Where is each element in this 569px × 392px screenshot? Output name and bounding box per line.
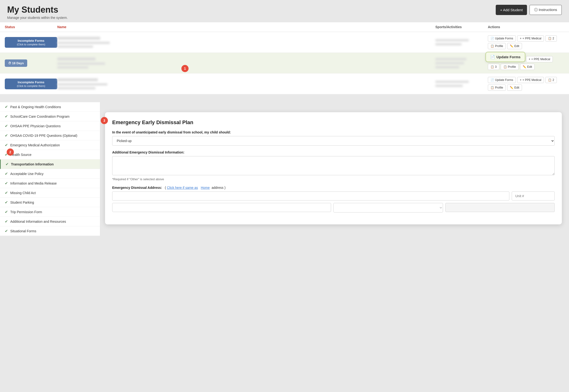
sidebar-item-situational-forms[interactable]: ✔ Situational Forms (0, 226, 100, 236)
plus-icon: + (529, 57, 530, 61)
update-forms-tooltip: 📄 Update Forms (486, 52, 525, 62)
badge-number-3: 3 (101, 117, 108, 124)
forms-count-button[interactable]: 📋 3 (488, 64, 499, 70)
check-icon: ✔ (5, 143, 8, 147)
tooltip-label: Update Forms (497, 55, 521, 59)
dismissal-dropdown[interactable]: Picked-up Stay at school Other (112, 136, 555, 146)
column-actions: Actions (488, 25, 564, 29)
badge-label: Incomplete Forms (18, 39, 44, 42)
action-buttons-row1: 📄 Update Forms + + PPE Medical 📋 2 📋 Pro… (488, 35, 564, 49)
modal: Emergency Early Dismissal Plan In the ev… (105, 112, 562, 224)
sidebar-item-label: Trip Permission Form (10, 210, 42, 214)
profile-button[interactable]: 📋 Profile (488, 43, 506, 49)
edit-button[interactable]: ✏️ Edit (520, 64, 535, 70)
sidebar-item-acceptable-use[interactable]: ✔ Acceptable Use Policy (0, 169, 100, 179)
forms-count-button[interactable]: 📋 2 (545, 77, 557, 83)
address-link-prefix: ( (164, 186, 166, 190)
sidebar-item-label: Information and Media Release (10, 182, 57, 185)
check-icon: ✔ (5, 171, 8, 176)
sidebar-item-additional-info[interactable]: ✔ Additional Information and Resources (0, 217, 100, 226)
column-name: Name (57, 25, 435, 29)
plus-icon: + (520, 78, 522, 82)
sidebar-item-past-health[interactable]: ✔ Past & Ongoing Health Conditions (0, 102, 100, 112)
sports-info (435, 58, 488, 68)
column-sports: Sports/Activities (435, 25, 488, 29)
profile-button[interactable]: 📋 Profile (488, 84, 506, 91)
sidebar-item-label: Student Parking (10, 200, 34, 204)
check-icon: ✔ (5, 191, 8, 195)
sidebar-item-schoolcare[interactable]: ✔ SchoolCare Care Coordination Program (0, 112, 100, 121)
action-buttons-row2: 📄 Update Forms + + PPE Medical 📋 3 📋 Pro… (488, 56, 564, 70)
sidebar-item-health-source[interactable]: ✔ Health Source (0, 150, 100, 159)
sidebar-item-emergency-medical[interactable]: ✔ Emergency Medical Authorization (0, 140, 100, 150)
check-icon: ✔ (5, 133, 8, 138)
ppe-medical-button[interactable]: + + PPE Medical (517, 77, 544, 83)
forms-icon: 📋 (548, 37, 552, 40)
ppe-medical-button[interactable]: + + PPE Medical (517, 35, 544, 42)
address-home-link (199, 186, 200, 190)
forms-count-button[interactable]: 📋 2 (545, 35, 557, 42)
sidebar: ✔ Past & Ongoing Health Conditions ✔ Sch… (0, 102, 100, 236)
badge-number-2: 2 (7, 149, 14, 156)
check-icon: ✔ (5, 181, 8, 185)
address-street-input[interactable] (112, 192, 509, 200)
address-city-input[interactable] (112, 203, 331, 212)
sidebar-item-student-parking[interactable]: ✔ Student Parking (0, 198, 100, 207)
sidebar-item-label: OHSAA COVID-19 PPE Questions (Optional) (10, 134, 77, 138)
sidebar-item-label: Situational Forms (10, 229, 36, 233)
sidebar-item-label: Missing Child Act (10, 191, 36, 195)
address-state-select[interactable] (333, 203, 443, 212)
sidebar-item-label: OHSAA PPE Physician Questions (10, 124, 61, 128)
update-forms-button[interactable]: 📄 Update Forms (488, 35, 516, 42)
instructions-button[interactable]: ⓘ Instructions (529, 5, 562, 15)
profile-button[interactable]: 📋 Profile (501, 64, 519, 70)
check-icon: ✔ (5, 229, 8, 233)
badge-sublabel: (Click to complete them) (17, 84, 45, 87)
address-home-underline[interactable]: Home (201, 186, 209, 190)
badge-label: Incomplete Forms (18, 81, 44, 84)
check-icon: ✔ (5, 124, 8, 128)
check-icon: ✔ (5, 200, 8, 205)
profile-icon: 📋 (503, 65, 507, 69)
address-link-suffix: address ) (211, 186, 225, 190)
check-icon: ✔ (5, 162, 9, 166)
additional-info-hint: *Required if "Other" is selected above (112, 177, 555, 181)
sidebar-item-missing-child[interactable]: ✔ Missing Child Act (0, 188, 100, 198)
student-info (57, 78, 435, 89)
column-status: Status (5, 25, 57, 29)
status-badge-incomplete[interactable]: Incomplete Forms (Click to complete them… (5, 79, 57, 89)
update-forms-button[interactable]: 📄 Update Forms (488, 77, 516, 83)
page-subtitle: Manage your students within the system. (7, 16, 68, 20)
edit-button[interactable]: ✏️ Edit (507, 84, 522, 91)
address-unit-input[interactable] (512, 192, 555, 200)
address-same-link[interactable]: Click here if same as (167, 186, 198, 190)
profile-icon: 📋 (490, 44, 494, 48)
sidebar-item-ohsaa-ppe[interactable]: ✔ OHSAA PPE Physician Questions (0, 121, 100, 131)
modal-title: Emergency Early Dismissal Plan (112, 119, 555, 126)
sidebar-item-ohsaa-covid[interactable]: ✔ OHSAA COVID-19 PPE Questions (Optional… (0, 131, 100, 140)
file-icon: 📄 (490, 78, 494, 82)
status-badge-days[interactable]: ⏱ 18 Days (5, 59, 27, 67)
badge-sublabel: (Click to complete them) (17, 43, 45, 46)
question-label: In the event of unanticipated early dism… (112, 130, 555, 134)
add-student-button[interactable]: + Add Student (496, 5, 527, 15)
check-icon: ✔ (5, 219, 8, 224)
additional-info-textarea[interactable] (112, 156, 555, 175)
sidebar-item-transportation[interactable]: ✔ Transportation Information (0, 159, 100, 169)
table-row: Incomplete Forms (Click to complete them… (0, 73, 569, 94)
forms-icon: 📋 (548, 78, 552, 82)
file-icon: 📄 (490, 37, 494, 40)
edit-button[interactable]: ✏️ Edit (507, 43, 522, 49)
file-icon: 📄 (490, 55, 495, 59)
sports-info (435, 39, 488, 45)
sidebar-item-trip-permission[interactable]: ✔ Trip Permission Form (0, 207, 100, 217)
ppe-medical-button[interactable]: + + PPE Medical (526, 56, 553, 62)
sidebar-item-media-release[interactable]: ✔ Information and Media Release (0, 179, 100, 188)
sidebar-item-label: Acceptable Use Policy (10, 172, 43, 176)
status-badge-incomplete[interactable]: Incomplete Forms (Click to complete them… (5, 37, 57, 48)
sports-info (435, 81, 488, 87)
sidebar-item-label: Emergency Medical Authorization (10, 143, 60, 147)
student-info (57, 37, 435, 48)
address-zip-input[interactable] (445, 203, 555, 212)
page-title: My Students (7, 5, 68, 15)
